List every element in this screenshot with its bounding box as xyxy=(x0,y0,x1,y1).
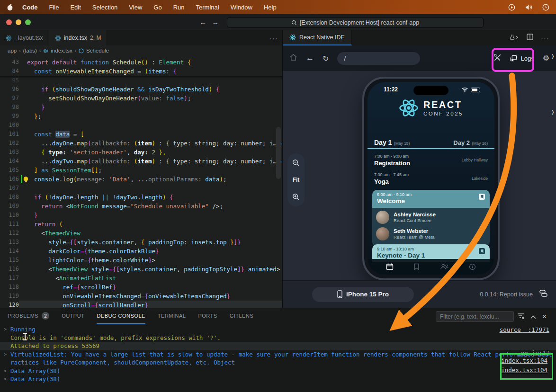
window-title-bar: ← → [Extension Development Host] react-c… xyxy=(0,14,556,30)
expand-chevron[interactable]: > xyxy=(0,325,10,334)
breadcrumb-tabs[interactable]: (tabs) xyxy=(23,48,37,53)
expand-chevron[interactable]: > xyxy=(0,367,10,375)
panel-tab-gitlens[interactable]: GITLENS xyxy=(230,308,254,324)
breadcrumb-index-tsx[interactable]: index.tsx xyxy=(51,48,72,53)
split-editor-icon[interactable] xyxy=(527,34,533,42)
code-editor[interactable]: 43export default function Schedule() : E… xyxy=(0,56,282,308)
bookmark-icon[interactable] xyxy=(479,248,485,254)
collapse-panel-icon[interactable] xyxy=(530,312,536,321)
tab-react-native-ide[interactable]: React Native IDE xyxy=(283,30,352,45)
calendar-tab-icon[interactable] xyxy=(386,263,394,270)
panel-tab-debug-console[interactable]: DEBUG CONSOLE xyxy=(97,308,145,324)
command-center-search[interactable]: [Extension Development Host] react-conf-… xyxy=(227,17,484,28)
panel-tab-terminal[interactable]: TERMINAL xyxy=(158,308,186,324)
panel-tab-problems[interactable]: PROBLEMS2 xyxy=(8,308,49,324)
phone-icon xyxy=(337,290,342,298)
menu-item-window[interactable]: Window xyxy=(231,4,252,11)
home-icon[interactable] xyxy=(289,53,297,63)
speaker-row[interactable]: Ashley Narcisse React Conf Emcee xyxy=(376,211,486,224)
settings-gear-icon[interactable]: ⚙ xyxy=(543,54,549,62)
code-text: } xyxy=(19,103,282,112)
status-bar-icons xyxy=(461,87,480,92)
menu-item-edit[interactable]: Edit xyxy=(70,4,81,11)
menu-item-run[interactable]: Run xyxy=(173,4,185,11)
breadcrumb-schedule[interactable]: Schedule xyxy=(86,48,109,53)
device-select-button[interactable]: iPhone 15 Pro xyxy=(312,287,414,302)
menu-item-go[interactable]: Go xyxy=(153,4,161,11)
bookmark-icon[interactable] xyxy=(479,194,485,200)
session-card-welcome[interactable]: 9:00 am - 9:10 am Welcome Ashley Narciss… xyxy=(372,190,490,247)
menu-item-terminal[interactable]: Terminal xyxy=(196,4,219,11)
more-actions-icon[interactable]: ··· xyxy=(541,34,549,42)
screen-record-icon[interactable] xyxy=(508,4,515,11)
zoom-in-icon[interactable] xyxy=(292,193,300,201)
tab-day-2[interactable]: Day 2 (May 16) xyxy=(453,138,488,147)
tab-index-tsx[interactable]: index.tsx 2, M xyxy=(49,30,108,45)
editor-scrollbar-thumb[interactable] xyxy=(276,127,281,179)
menu-item-selection[interactable]: Selection xyxy=(92,4,117,11)
speaker-row[interactable]: Seth Webster React Team @ Meta xyxy=(376,227,486,241)
speaker-role: React Team @ Meta xyxy=(394,234,435,240)
expand-chevron[interactable]: > xyxy=(0,350,10,359)
breadcrumb-app[interactable]: app xyxy=(8,48,17,53)
clock-icon[interactable] xyxy=(542,4,549,11)
console-text: Console is in 'commands' mode, prefix ex… xyxy=(10,334,221,342)
zoom-out-icon[interactable] xyxy=(292,159,300,167)
menu-item-help[interactable]: Help xyxy=(264,4,277,11)
traffic-light-maximize[interactable] xyxy=(25,19,31,25)
menu-item-view[interactable]: View xyxy=(129,4,142,11)
panel-tab-ports[interactable]: PORTS xyxy=(198,308,217,324)
source-location-link[interactable]: source__:17971 xyxy=(500,326,549,333)
history-forward-button[interactable]: → xyxy=(212,18,219,26)
phone-tab-bar xyxy=(368,259,494,274)
run-debug-icon[interactable] xyxy=(510,34,519,42)
lightbulb-icon[interactable] xyxy=(24,177,28,181)
line-number: 43 xyxy=(0,58,19,67)
menu-item-code[interactable]: Code xyxy=(22,4,38,11)
close-panel-icon[interactable]: × xyxy=(542,312,547,321)
traffic-light-minimize[interactable] xyxy=(16,19,21,25)
expand-chevron[interactable]: > xyxy=(0,375,10,383)
editor-more-actions-button[interactable]: ··· xyxy=(269,30,278,45)
devices-icon[interactable] xyxy=(539,290,547,299)
report-issue-link[interactable]: 0.0.14: Report issue xyxy=(480,291,533,298)
wifi-icon xyxy=(461,87,468,92)
back-icon[interactable]: ← xyxy=(306,53,314,63)
apple-logo-icon[interactable] xyxy=(7,3,14,11)
tab-layout-tsx[interactable]: _layout.tsx xyxy=(0,30,49,45)
line-number: 118 xyxy=(0,283,19,292)
debug-console-output: >RunningConsole is in 'commands' mode, p… xyxy=(0,325,556,383)
code-line: 106 console.log(message: 'Data', ...opti… xyxy=(0,175,282,184)
react-native-ide-panel: ← ↻ / Logs ⚙ 11:22 REACT xyxy=(283,45,556,308)
url-field[interactable]: / xyxy=(337,52,420,65)
console-filter-input[interactable]: Filter (e.g. text, !exclu... xyxy=(436,311,514,322)
people-tab-icon[interactable] xyxy=(440,263,449,270)
history-back-button[interactable]: ← xyxy=(199,18,206,26)
session-yoga[interactable]: 7:00 am - 7:45 am Yoga Lakeside xyxy=(374,172,488,185)
breadcrumb: app› (tabs)› index.tsx› Schedule xyxy=(0,45,282,56)
panel-tab-output[interactable]: OUTPUT xyxy=(62,308,84,324)
app-logo: REACT CONF 2025 xyxy=(368,98,494,118)
volume-icon[interactable] xyxy=(525,4,533,11)
code-text xyxy=(19,76,282,85)
session-registration[interactable]: 7:00 am - 9:00 am Registration Lobby Hal… xyxy=(374,154,488,167)
logo-subtitle: CONF 2025 xyxy=(423,111,463,116)
bottom-panel: PROBLEMS2OUTPUTDEBUG CONSOLETERMINALPORT… xyxy=(0,308,556,392)
console-text: Data Array(38) xyxy=(10,375,60,383)
bookmarks-tab-icon[interactable] xyxy=(413,263,420,270)
traffic-light-close[interactable] xyxy=(6,19,12,25)
code-text: onViewableItemsChanged={onViewableItemsC… xyxy=(19,292,282,301)
menu-item-file[interactable]: File xyxy=(49,4,59,11)
tab-day-1[interactable]: Day 1 (May 15) xyxy=(374,138,410,147)
code-text: <ThemedView xyxy=(19,229,282,238)
code-text: } xyxy=(19,211,282,220)
panel-edge-chevron[interactable]: ❭ xyxy=(551,53,555,59)
line-number: 96 xyxy=(0,85,19,94)
code-line: 97 setShouldShowDayOneHeader(value: fals… xyxy=(0,94,282,103)
fit-button[interactable]: Fit xyxy=(293,177,300,183)
reload-icon[interactable]: ↻ xyxy=(323,54,329,63)
info-tab-icon[interactable] xyxy=(469,263,476,270)
panel-edge-chevron[interactable]: ❭ xyxy=(551,109,555,115)
filter-icon[interactable] xyxy=(517,312,524,321)
window-title-text: [Extension Development Host] react-conf-… xyxy=(300,19,419,26)
